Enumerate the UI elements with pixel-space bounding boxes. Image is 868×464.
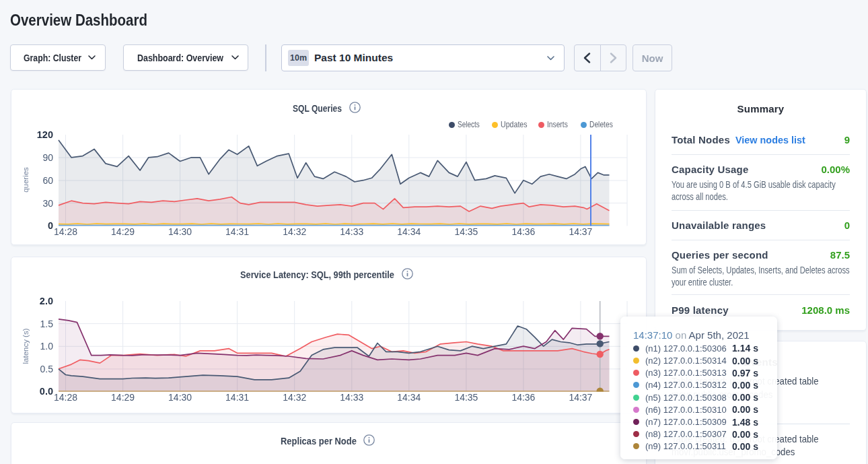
svg-text:14:36: 14:36: [511, 392, 535, 403]
svg-text:14:32: 14:32: [283, 226, 306, 237]
svg-text:120: 120: [37, 129, 53, 140]
svg-text:30: 30: [42, 198, 53, 209]
svg-text:14:34: 14:34: [397, 392, 421, 403]
svg-text:2.0: 2.0: [40, 296, 53, 306]
svg-text:14:30: 14:30: [168, 226, 192, 237]
svg-text:1.5: 1.5: [40, 319, 54, 329]
svg-text:14:28: 14:28: [54, 226, 77, 237]
svg-text:14:37: 14:37: [569, 226, 592, 237]
svg-text:14:29: 14:29: [111, 226, 135, 237]
svg-text:latency (s): latency (s): [22, 328, 30, 364]
svg-text:14:33: 14:33: [340, 392, 363, 403]
svg-text:1.0: 1.0: [40, 341, 54, 352]
svg-text:14:36: 14:36: [511, 226, 535, 237]
svg-text:60: 60: [42, 175, 53, 186]
svg-text:0.5: 0.5: [40, 364, 54, 374]
svg-text:14:30: 14:30: [168, 392, 192, 403]
svg-text:14:35: 14:35: [454, 392, 478, 403]
svg-text:0.0: 0.0: [40, 386, 53, 397]
svg-text:14:31: 14:31: [225, 392, 249, 403]
svg-text:14:33: 14:33: [340, 226, 363, 237]
svg-text:14:37: 14:37: [569, 392, 592, 403]
svg-text:queries: queries: [22, 167, 30, 193]
svg-text:14:32: 14:32: [283, 392, 306, 403]
svg-text:14:31: 14:31: [225, 226, 249, 237]
svg-text:14:28: 14:28: [54, 392, 77, 403]
svg-text:0: 0: [48, 220, 53, 231]
svg-text:14:29: 14:29: [111, 392, 135, 403]
svg-text:90: 90: [42, 152, 53, 163]
svg-text:14:34: 14:34: [397, 226, 421, 237]
svg-text:14:35: 14:35: [454, 226, 478, 237]
